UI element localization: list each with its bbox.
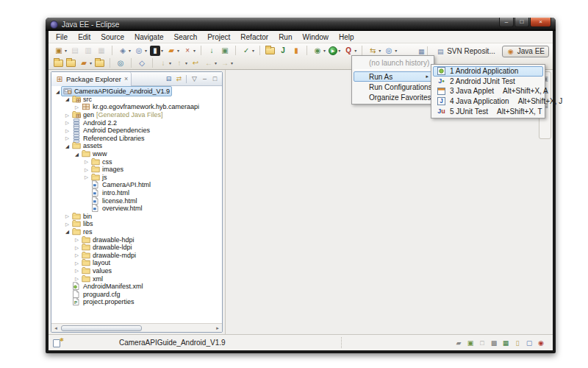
type-hierarchy-button[interactable]: ◇ — [136, 58, 148, 68]
minimize-button[interactable]: – — [499, 18, 514, 27]
tree-item[interactable]: ◢www — [51, 150, 222, 158]
console-icon[interactable]: ▢ — [525, 339, 534, 347]
quick-launch-button[interactable]: ▰▾ — [78, 58, 93, 68]
tree-item[interactable]: ◢res — [51, 228, 222, 236]
synchronize-button[interactable]: ⇆▾ — [367, 46, 381, 56]
validate-dropdown-icon[interactable]: ▾ — [252, 48, 254, 53]
collapse-icon[interactable]: ◢ — [64, 228, 71, 235]
external-tools-button[interactable]: Q▾ — [343, 46, 357, 56]
build-icon[interactable]: ▩ — [490, 339, 498, 347]
minimize-view-icon[interactable]: – — [200, 74, 209, 84]
import-button[interactable]: ↓ — [206, 46, 218, 56]
menubar-item-run[interactable]: Run — [273, 32, 297, 42]
submenu-item-2-android-junit-test[interactable]: J●2 Android JUnit Test — [433, 77, 543, 87]
new-file-dropdown-icon[interactable]: ▾ — [177, 48, 179, 53]
new-web-service-dropdown-icon[interactable]: ▾ — [129, 48, 131, 53]
android-device-icon[interactable]: ▣ — [466, 339, 475, 347]
new-wizard-dropdown-icon[interactable]: ▾ — [65, 48, 67, 53]
console-button[interactable]: ▮▾ — [149, 46, 164, 56]
open-type-button[interactable] — [53, 60, 64, 67]
new-web-service-button[interactable]: ◈▾ — [117, 46, 132, 56]
log-icon[interactable]: ▯ — [513, 339, 522, 347]
maximize-view-icon[interactable]: □ — [210, 74, 220, 84]
expand-icon[interactable]: ▷ — [64, 119, 71, 126]
tree-item[interactable]: intro.html — [51, 189, 222, 197]
external-tools-dropdown-icon[interactable]: ▾ — [354, 48, 356, 53]
menubar-item-search[interactable]: Search — [169, 32, 203, 42]
expand-icon[interactable]: ▷ — [74, 104, 80, 110]
perspective-status-icon[interactable]: ✱ — [52, 338, 64, 348]
new-dynamic-web-project-button[interactable]: ◎▾ — [133, 46, 148, 56]
expand-icon[interactable]: ▷ — [64, 221, 71, 227]
save-all-button[interactable]: ▥ — [82, 46, 94, 56]
validate-button[interactable]: ✓▾ — [240, 46, 255, 56]
close-tab-icon[interactable]: × — [124, 75, 128, 82]
debug-dropdown-icon[interactable]: ▾ — [323, 48, 326, 53]
submenu-item-5-junit-test[interactable]: Ju5 JUnit TestAlt+Shift+X, T — [433, 106, 543, 116]
last-edit-location-button[interactable]: ↩ — [190, 58, 201, 68]
tree-item[interactable]: ▷drawable-ldpi — [51, 244, 222, 252]
web-browser-dropdown-icon[interactable]: ▾ — [395, 48, 397, 53]
submenu-item-4-java-application[interactable]: J4 Java ApplicationAlt+Shift+X, J — [433, 96, 543, 107]
tree-item[interactable]: ▷layout — [51, 259, 222, 267]
back-dropdown-icon[interactable]: ▾ — [215, 60, 217, 66]
previous-annotation-button[interactable]: ↑▾ — [173, 58, 188, 68]
scrollbar-thumb[interactable] — [61, 325, 142, 331]
collapse-icon[interactable]: ◢ — [64, 96, 71, 102]
menubar-item-project[interactable]: Project — [202, 32, 235, 42]
emulator-icon[interactable]: ▦ — [501, 339, 510, 347]
forward-button[interactable]: →▾ — [219, 58, 234, 68]
view-menu-icon[interactable]: ▽ — [190, 74, 199, 84]
menubar-item-navigate[interactable]: Navigate — [129, 32, 168, 42]
expand-icon[interactable]: ▷ — [74, 267, 80, 274]
titlebar[interactable]: Java EE - Eclipse –□× — [46, 18, 556, 31]
tree-item[interactable]: ▷images — [51, 166, 222, 174]
tree-item[interactable]: ◢assets — [51, 142, 222, 150]
java-ee-perspective-icon[interactable]: ◉ — [506, 47, 515, 56]
quick-launch-dropdown-icon[interactable]: ▾ — [90, 60, 92, 66]
collapse-icon[interactable]: ◢ — [74, 151, 80, 158]
print-button[interactable]: ▦ — [96, 46, 107, 56]
collapse-icon[interactable]: ◢ — [54, 88, 61, 95]
menu-item-run-configurations-[interactable]: Run Configurations... — [354, 82, 432, 92]
new-dynamic-web-project-dropdown-icon[interactable]: ▾ — [145, 48, 147, 53]
close-button[interactable]: × — [530, 18, 551, 27]
previous-annotation-dropdown-icon[interactable]: ▾ — [185, 60, 187, 66]
coverage-button[interactable]: ▮ — [290, 46, 302, 56]
network-icon[interactable]: ◉ — [537, 339, 545, 347]
export-button[interactable]: ▣ — [219, 46, 231, 56]
menubar-item-file[interactable]: File — [51, 32, 73, 42]
window-icon[interactable]: □ — [478, 339, 487, 347]
scroll-right-icon[interactable]: ▸ — [213, 324, 222, 332]
next-annotation-dropdown-icon[interactable]: ▾ — [169, 60, 171, 66]
expand-icon[interactable]: ▷ — [74, 260, 80, 266]
menubar-item-edit[interactable]: Edit — [73, 32, 96, 42]
tree-item[interactable]: ▷drawable-hdpi — [51, 236, 222, 244]
scroll-left-icon[interactable]: ◂ — [51, 324, 60, 332]
horizontal-scrollbar[interactable]: ◂ ▸ — [51, 323, 222, 332]
tree-item[interactable]: ▷drawable-mdpi — [51, 251, 222, 259]
expand-icon[interactable]: ▷ — [83, 166, 90, 173]
collapse-icon[interactable]: ◢ — [64, 143, 71, 149]
new-junit-test-button[interactable]: J — [277, 46, 289, 56]
submenu-item-3-java-applet[interactable]: 3 Java AppletAlt+Shift+X, A — [433, 86, 543, 96]
next-annotation-button[interactable]: ↓▾ — [157, 58, 172, 68]
tab-package-explorer[interactable]: ⊞ Package Explorer × — [51, 72, 132, 86]
open-package-button[interactable] — [65, 60, 76, 67]
expand-icon[interactable]: ▷ — [83, 174, 90, 180]
back-button[interactable]: ←▾ — [203, 58, 218, 68]
world-button[interactable]: ◎ — [115, 58, 126, 68]
new-file-button[interactable]: ▰▾ — [165, 46, 180, 56]
save-button[interactable]: ▤ — [69, 46, 81, 56]
menubar-item-refactor[interactable]: Refactor — [235, 32, 273, 42]
terminate-button[interactable]: ×▾ — [182, 46, 196, 56]
menubar-item-help[interactable]: Help — [334, 32, 359, 42]
tree-item[interactable]: ▷css — [51, 158, 222, 166]
menubar-item-source[interactable]: Source — [96, 32, 129, 42]
debug-button[interactable]: ◉▾ — [312, 46, 326, 56]
expand-icon[interactable]: ▷ — [64, 135, 71, 141]
open-perspective-icon[interactable]: ▦ — [417, 47, 426, 56]
collapse-all-icon[interactable]: ⊟ — [164, 74, 173, 84]
submenu-item-1-android-application[interactable]: 1 Android Application — [433, 66, 543, 77]
expand-icon[interactable]: ▷ — [64, 213, 71, 219]
